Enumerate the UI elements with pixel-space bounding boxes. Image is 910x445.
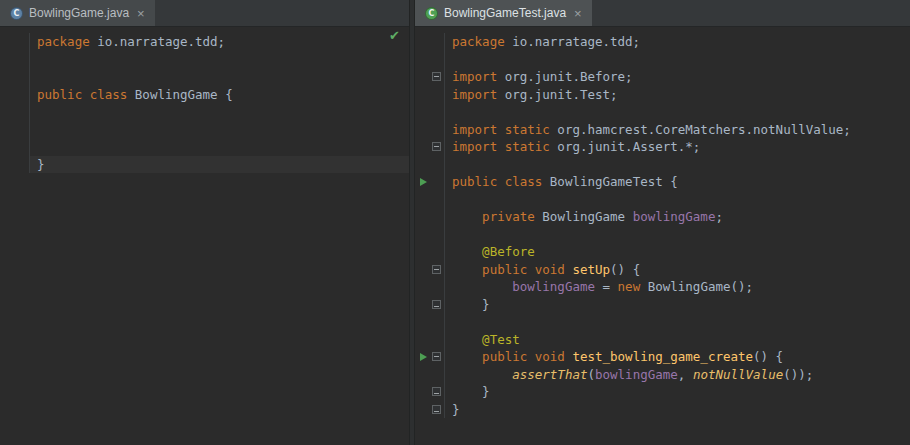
tab-bar-right: C BowlingGameTest.java × xyxy=(415,0,910,27)
code-text: public class BowlingGame { xyxy=(30,86,409,104)
gutter xyxy=(0,121,30,139)
code-lines: package io.narratage.tdd;public class Bo… xyxy=(0,33,409,173)
code-text: package io.narratage.tdd; xyxy=(30,33,409,51)
token-kw: import static xyxy=(452,139,550,154)
code-line xyxy=(415,191,910,209)
fold-end-icon[interactable] xyxy=(432,300,441,309)
tab-label: BowlingGame.java xyxy=(29,6,129,20)
close-icon[interactable]: × xyxy=(137,7,145,20)
gutter xyxy=(0,51,30,69)
token-plain: org.junit.Test; xyxy=(497,87,617,102)
code-text xyxy=(445,103,910,121)
gutter xyxy=(415,366,445,384)
token-call: notNullValue xyxy=(693,367,783,382)
fold-end-icon[interactable] xyxy=(432,387,441,396)
token-plain: io.narratage.tdd; xyxy=(90,34,225,49)
token-plain: , xyxy=(678,367,693,382)
code-text: import org.junit.Test; xyxy=(445,86,910,104)
code-line: import org.junit.Before; xyxy=(415,68,910,86)
code-line: public void setUp() { xyxy=(415,261,910,279)
token-plain: = xyxy=(595,279,618,294)
code-text xyxy=(30,103,409,121)
code-text xyxy=(445,191,910,209)
code-line: } xyxy=(0,156,409,174)
token-kw: import xyxy=(452,69,497,84)
tab-bowlinggame-java[interactable]: C BowlingGame.java × xyxy=(0,0,155,26)
run-test-icon[interactable] xyxy=(420,178,427,186)
token-kw: import xyxy=(452,87,497,102)
code-editor-left[interactable]: ✔ package io.narratage.tdd;public class … xyxy=(0,27,409,445)
token-decl: setUp xyxy=(572,262,610,277)
token-plain xyxy=(452,209,482,224)
gutter xyxy=(415,331,445,349)
tab-bowlinggametest-java[interactable]: C BowlingGameTest.java × xyxy=(415,0,592,26)
code-text xyxy=(30,138,409,156)
code-text: private BowlingGame bowlingGame; xyxy=(445,208,910,226)
code-line xyxy=(415,226,910,244)
close-icon[interactable]: × xyxy=(574,7,582,20)
token-plain: BowlingGame(); xyxy=(648,279,753,294)
code-line: package io.narratage.tdd; xyxy=(415,33,910,51)
tab-bar-left: C BowlingGame.java × xyxy=(0,0,409,27)
token-kw: public class xyxy=(37,87,135,102)
fold-end-icon[interactable] xyxy=(432,405,441,414)
fold-icon[interactable] xyxy=(432,72,441,81)
token-decl: test_bowling_game_create xyxy=(572,349,753,364)
gutter xyxy=(415,401,445,419)
token-plain xyxy=(452,244,482,259)
code-text: package io.narratage.tdd; xyxy=(445,33,910,51)
class-icon: C xyxy=(10,7,23,20)
gutter xyxy=(415,103,445,121)
fold-icon[interactable] xyxy=(432,142,441,151)
token-plain xyxy=(452,349,482,364)
token-plain: org.junit.Before; xyxy=(497,69,632,84)
fold-icon[interactable] xyxy=(432,265,441,274)
code-line: public class BowlingGame { xyxy=(0,86,409,104)
code-text xyxy=(445,156,910,174)
gutter xyxy=(0,138,30,156)
code-line: @Before xyxy=(415,243,910,261)
gutter xyxy=(415,208,445,226)
token-plain: } xyxy=(452,384,490,399)
code-editor-right[interactable]: package io.narratage.tdd;import org.juni… xyxy=(415,27,910,445)
token-plain: } xyxy=(37,157,45,172)
gutter xyxy=(415,383,445,401)
code-line xyxy=(415,156,910,174)
code-text: public void test_bowling_game_create() { xyxy=(445,348,910,366)
code-line xyxy=(0,103,409,121)
token-kw: new xyxy=(618,279,648,294)
token-plain xyxy=(452,332,482,347)
code-line: public void test_bowling_game_create() { xyxy=(415,348,910,366)
token-plain: ()); xyxy=(783,367,813,382)
run-test-icon[interactable] xyxy=(420,353,427,361)
code-text: import static org.hamcrest.CoreMatchers.… xyxy=(445,121,910,139)
code-line: } xyxy=(415,401,910,419)
gutter xyxy=(415,173,445,191)
fold-icon[interactable] xyxy=(432,352,441,361)
code-text: } xyxy=(445,401,910,419)
token-plain: BowlingGame { xyxy=(135,87,233,102)
token-kw: package xyxy=(452,34,505,49)
token-kw: import static xyxy=(452,122,550,137)
token-kw: package xyxy=(37,34,90,49)
editor-pane-right: C BowlingGameTest.java × package io.narr… xyxy=(415,0,910,445)
test-class-icon: C xyxy=(425,7,438,20)
gutter xyxy=(415,138,445,156)
code-text xyxy=(30,51,409,69)
gutter xyxy=(0,68,30,86)
token-kw: public class xyxy=(452,174,550,189)
token-plain: ( xyxy=(587,367,595,382)
code-text xyxy=(30,68,409,86)
token-field: bowlingGame xyxy=(595,367,678,382)
gutter xyxy=(415,68,445,86)
code-line xyxy=(0,138,409,156)
token-field: bowlingGame xyxy=(512,279,595,294)
token-plain: BowlingGame xyxy=(542,209,632,224)
code-line: public class BowlingGameTest { xyxy=(415,173,910,191)
token-plain: org.hamcrest.CoreMatchers.notNullValue; xyxy=(550,122,851,137)
token-plain: () { xyxy=(753,349,783,364)
gutter xyxy=(415,261,445,279)
code-line xyxy=(415,313,910,331)
code-line: package io.narratage.tdd; xyxy=(0,33,409,51)
gutter xyxy=(415,226,445,244)
